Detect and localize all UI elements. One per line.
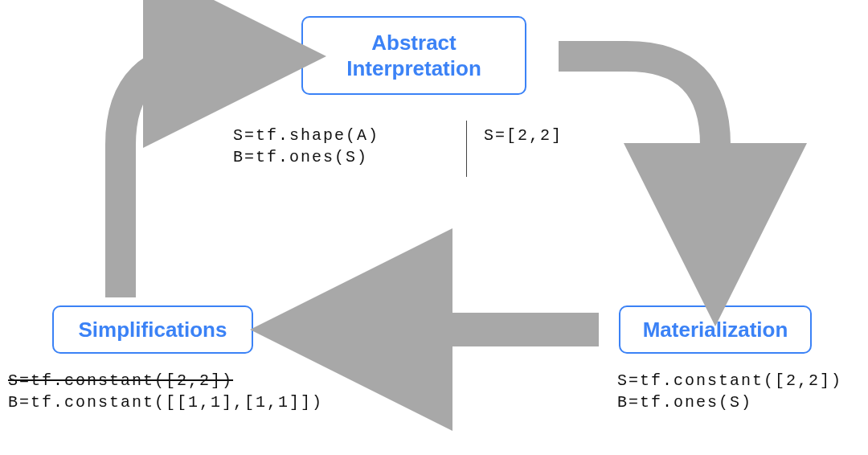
simplifications-box: Simplifications <box>52 305 253 354</box>
arrow-abstract-to-material <box>538 8 796 305</box>
arrow-material-to-simpl <box>277 297 607 362</box>
materialization-code: S=tf.constant([2,2]) B=tf.ones(S) <box>617 370 842 413</box>
simplifications-label: Simplifications <box>79 318 227 342</box>
simplifications-code: S=tf.constant([2,2]) B=tf.constant([[1,1… <box>8 370 323 413</box>
abstract-interpretation-box: Abstract Interpretation <box>301 16 526 95</box>
arrow-simpl-to-abstract <box>56 8 297 305</box>
abstract-line1: Abstract <box>371 31 456 55</box>
materialization-code-l1: S=tf.constant([2,2]) <box>617 371 842 390</box>
materialization-box: Materialization <box>619 305 812 354</box>
materialization-label: Materialization <box>643 318 788 342</box>
center-divider <box>466 121 467 177</box>
materialization-code-l2: B=tf.ones(S) <box>617 393 752 412</box>
simplifications-code-l2: B=tf.constant([[1,1],[1,1]]) <box>8 393 323 412</box>
abstract-line2: Interpretation <box>346 56 481 80</box>
simplifications-code-l1-struck: S=tf.constant([2,2]) <box>8 371 233 390</box>
